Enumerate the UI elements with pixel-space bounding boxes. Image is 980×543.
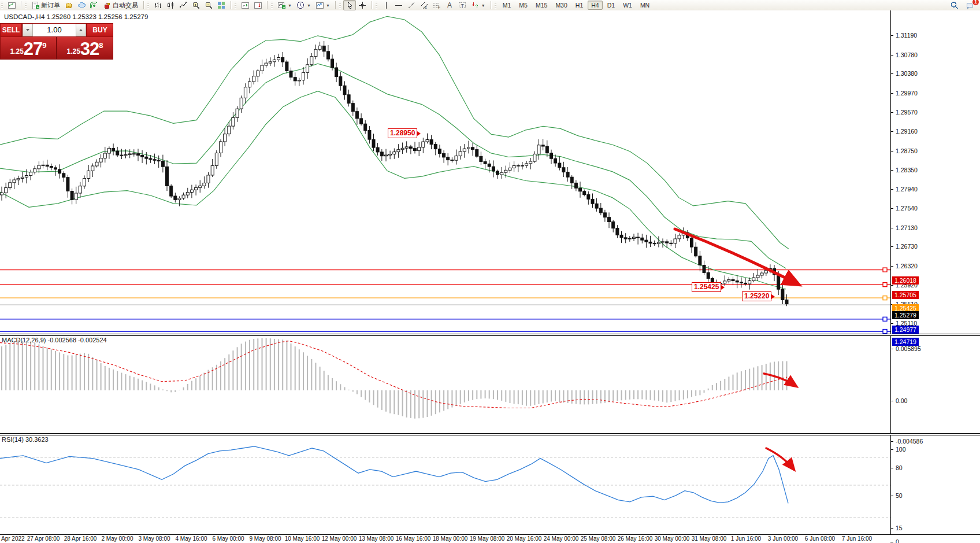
sell-button[interactable]: SELL: [0, 23, 22, 37]
toolbar-drag-handle[interactable]: [147, 2, 149, 9]
templates-button[interactable]: ▼: [313, 0, 332, 10]
rsi-tick: [890, 449, 893, 450]
text-icon: A: [446, 1, 454, 9]
toolbar-drag-handle[interactable]: [235, 2, 236, 9]
line-chart-icon: [179, 1, 187, 9]
chart-window-button[interactable]: [5, 0, 18, 10]
search-button[interactable]: [948, 0, 961, 10]
timeframe-D1-button[interactable]: D1: [604, 1, 618, 10]
bar-chart-mode-button[interactable]: [151, 0, 164, 10]
buy-button[interactable]: BUY: [87, 23, 113, 37]
time-label: 7 Jun 16:00: [842, 535, 872, 542]
time-label: 26 May 16:00: [618, 535, 653, 542]
timeframe-H4-button[interactable]: H4: [588, 1, 602, 10]
price-level-badge: 1.25705: [892, 291, 919, 299]
toolbar-drag-handle[interactable]: [25, 2, 27, 9]
svg-text:F: F: [438, 5, 440, 9]
volume-increment-button[interactable]: [76, 24, 86, 36]
chart-shift-button[interactable]: [239, 0, 251, 10]
ask-price[interactable]: 1.25328: [57, 37, 113, 59]
price-level-badge: 1.24719: [892, 338, 919, 346]
timeframe-M15-button[interactable]: M15: [532, 1, 551, 10]
rsi-line: [0, 446, 788, 504]
toolbar-drag-handle[interactable]: [376, 2, 377, 9]
macd-axis-label: 0.00: [896, 397, 907, 404]
toolbar-drag-handle[interactable]: [339, 2, 341, 9]
new-order-button[interactable]: 新订单: [29, 0, 62, 11]
fibonacci-tool-button[interactable]: F: [430, 0, 443, 10]
price-annotation-label[interactable]: 1.25425: [692, 282, 721, 292]
tile-windows-icon: [217, 1, 225, 9]
arrows-tool-button[interactable]: ▼: [469, 0, 488, 10]
chevron-down-icon[interactable]: ▼: [481, 3, 485, 8]
volume-decrement-button[interactable]: [23, 24, 33, 36]
ask-prefix: 1.25: [66, 47, 80, 56]
time-label: 19 May 08:00: [470, 535, 505, 542]
time-label: 27 Apr 08:00: [27, 535, 60, 542]
zoom-out-button[interactable]: [202, 0, 215, 10]
toolbar-drag-handle[interactable]: [271, 2, 273, 9]
price-tick-label: 1.31190: [896, 32, 917, 39]
bars-icon: [154, 1, 162, 9]
timeframe-M30-button[interactable]: M30: [552, 1, 570, 10]
rsi-axis-label: 100: [896, 446, 906, 453]
search-icon: [950, 1, 959, 9]
cursor-tool-button[interactable]: [343, 0, 356, 10]
price-tick: [890, 35, 893, 36]
timeframe-W1-button[interactable]: W1: [619, 1, 636, 10]
new-chart-button[interactable]: ▼: [275, 0, 294, 10]
hline-icon: [395, 1, 403, 9]
zoom-in-button[interactable]: [190, 0, 202, 10]
chevron-down-icon[interactable]: ▼: [288, 3, 292, 8]
macd-axis-label: 0.005895: [896, 345, 921, 352]
equidistant-channel-tool-button[interactable]: E: [418, 0, 430, 10]
timeframe-M5-button[interactable]: M5: [515, 1, 531, 10]
notifications-button[interactable]: 1: [963, 0, 977, 10]
auto-trading-button[interactable]: 自动交易: [101, 0, 140, 11]
horizontal-line-tool-button[interactable]: [392, 0, 405, 10]
timeframe-H1-button[interactable]: H1: [572, 1, 586, 10]
bid-big-digits: 27: [24, 40, 42, 58]
chevron-down-icon[interactable]: ▼: [326, 3, 330, 8]
timeframe-MN-button[interactable]: MN: [637, 1, 653, 10]
trading-signals-button[interactable]: [88, 0, 101, 10]
text-tool-button[interactable]: A: [443, 0, 456, 10]
toolbar-drag-handle[interactable]: [495, 2, 496, 9]
chart-area[interactable]: USDCAD-,H4 1.25260 1.25323 1.25256 1.252…: [0, 10, 980, 543]
price-annotation-label[interactable]: 1.25220: [742, 291, 771, 301]
gold-icon: [65, 1, 73, 9]
price-tick: [890, 112, 893, 113]
price-annotation-label[interactable]: 1.28950: [388, 128, 417, 138]
trade-panel-controls: SELL 1.00 BUY: [0, 23, 113, 37]
price-tick-label: 1.29160: [896, 128, 918, 135]
trendline-tool-button[interactable]: [405, 0, 418, 10]
price-level-badge: 1.26018: [892, 276, 919, 285]
chart-autoscroll-button[interactable]: [251, 0, 264, 10]
ask-big-digits: 32: [80, 40, 99, 58]
rsi-pane-separator[interactable]: [0, 433, 980, 435]
cloud-icon: [77, 1, 86, 9]
bid-price[interactable]: 1.25279: [1, 37, 56, 59]
mql5-cloud-button[interactable]: [75, 0, 88, 10]
crosshair-tool-button[interactable]: [356, 0, 369, 10]
candlestick-mode-button[interactable]: [164, 0, 177, 10]
chart-canvas[interactable]: [0, 10, 890, 535]
periods-button[interactable]: ▼: [294, 0, 313, 10]
time-label: 13 May 08:00: [359, 535, 394, 542]
volume-input[interactable]: 1.00: [33, 24, 76, 36]
price-tick: [890, 266, 893, 267]
macd-indicator-label: MACD(12,26,9) -0.002568 -0.002524: [2, 337, 107, 343]
line-chart-mode-button[interactable]: [177, 0, 190, 10]
toolbar-drag-handle[interactable]: [1, 2, 3, 9]
timeframe-M1-button[interactable]: M1: [499, 1, 515, 10]
channel-icon: E: [420, 1, 428, 9]
chevron-down-icon[interactable]: ▼: [307, 3, 311, 8]
text-label-tool-button[interactable]: T: [456, 0, 469, 10]
tile-windows-button[interactable]: [215, 0, 228, 10]
vline-icon: [382, 1, 390, 9]
macd-pane-separator[interactable]: [0, 334, 980, 336]
deposit-gold-button[interactable]: [62, 0, 75, 10]
time-label: Apr 2022: [1, 535, 25, 542]
vertical-line-tool-button[interactable]: [380, 0, 392, 10]
volume-spinner: 1.00: [22, 23, 87, 37]
